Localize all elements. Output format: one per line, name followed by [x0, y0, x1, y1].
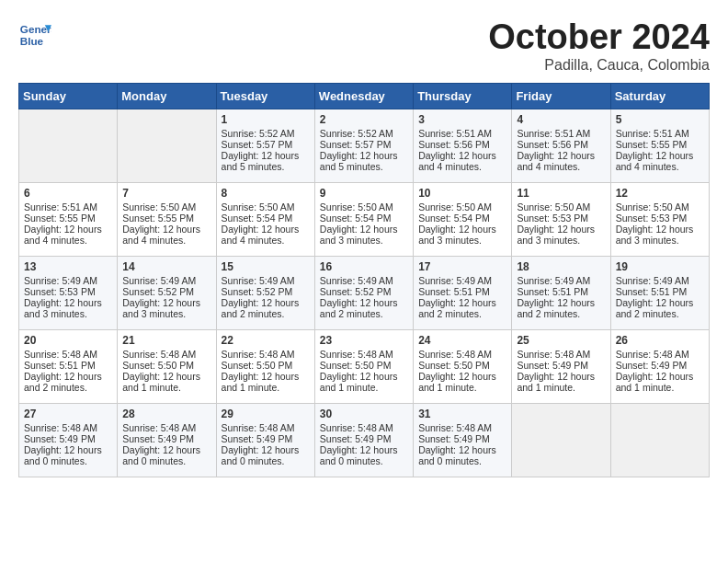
daylight-text: Daylight: 12 hours and 5 minutes.: [320, 150, 398, 172]
sunset-text: Sunset: 5:57 PM: [222, 139, 293, 150]
day-number: 23: [320, 334, 408, 347]
calendar-week-row: 6Sunrise: 5:51 AMSunset: 5:55 PMDaylight…: [19, 182, 710, 256]
weekday-header-cell: Thursday: [414, 83, 512, 109]
sunrise-text: Sunrise: 5:50 AM: [418, 201, 492, 213]
calendar-cell: 30Sunrise: 5:48 AMSunset: 5:49 PMDayligh…: [314, 403, 413, 477]
sunset-text: Sunset: 5:51 PM: [616, 286, 688, 297]
svg-text:Blue: Blue: [20, 35, 44, 47]
day-number: 29: [222, 408, 310, 420]
sunset-text: Sunset: 5:50 PM: [222, 360, 293, 371]
daylight-text: Daylight: 12 hours and 1 minute.: [122, 371, 200, 393]
day-number: 27: [24, 408, 112, 420]
month-title: October 2024: [488, 18, 710, 57]
day-number: 12: [616, 187, 704, 200]
weekday-header-cell: Monday: [118, 83, 216, 109]
daylight-text: Daylight: 12 hours and 3 minutes.: [616, 224, 694, 246]
daylight-text: Daylight: 12 hours and 2 minutes.: [418, 297, 496, 319]
calendar-cell: 20Sunrise: 5:48 AMSunset: 5:51 PMDayligh…: [19, 329, 118, 403]
sunrise-text: Sunrise: 5:49 AM: [616, 275, 689, 286]
sunset-text: Sunset: 5:56 PM: [418, 139, 490, 150]
sunrise-text: Sunrise: 5:49 AM: [517, 275, 590, 286]
day-number: 26: [616, 334, 704, 347]
sunrise-text: Sunrise: 5:48 AM: [222, 349, 295, 360]
calendar-cell: 21Sunrise: 5:48 AMSunset: 5:50 PMDayligh…: [118, 329, 216, 403]
calendar-body: 1Sunrise: 5:52 AMSunset: 5:57 PMDaylight…: [19, 109, 710, 477]
sunrise-text: Sunrise: 5:49 AM: [320, 275, 393, 286]
daylight-text: Daylight: 12 hours and 2 minutes.: [222, 297, 300, 319]
sunset-text: Sunset: 5:51 PM: [418, 286, 490, 297]
sunset-text: Sunset: 5:49 PM: [517, 360, 588, 371]
sunrise-text: Sunrise: 5:49 AM: [122, 275, 196, 286]
day-number: 9: [320, 187, 408, 200]
sunset-text: Sunset: 5:55 PM: [616, 139, 688, 150]
sunrise-text: Sunrise: 5:51 AM: [418, 128, 492, 139]
sunrise-text: Sunrise: 5:48 AM: [122, 422, 196, 433]
calendar-cell: 31Sunrise: 5:48 AMSunset: 5:49 PMDayligh…: [414, 403, 512, 477]
day-number: 20: [24, 334, 112, 347]
weekday-header-row: SundayMondayTuesdayWednesdayThursdayFrid…: [19, 83, 710, 109]
sunset-text: Sunset: 5:49 PM: [24, 433, 96, 444]
day-number: 13: [24, 260, 112, 273]
calendar-cell: 13Sunrise: 5:49 AMSunset: 5:53 PMDayligh…: [19, 256, 118, 329]
weekday-header-cell: Sunday: [19, 83, 118, 109]
sunset-text: Sunset: 5:49 PM: [222, 433, 293, 444]
calendar-cell: 10Sunrise: 5:50 AMSunset: 5:54 PMDayligh…: [414, 182, 512, 256]
logo-icon: General Blue: [18, 18, 51, 52]
sunrise-text: Sunrise: 5:51 AM: [616, 128, 689, 139]
sunset-text: Sunset: 5:54 PM: [222, 213, 293, 224]
title-area: October 2024 Padilla, Cauca, Colombia: [488, 18, 710, 74]
sunset-text: Sunset: 5:52 PM: [320, 286, 392, 297]
calendar-cell: [512, 403, 610, 477]
calendar-cell: 3Sunrise: 5:51 AMSunset: 5:56 PMDaylight…: [414, 109, 512, 182]
daylight-text: Daylight: 12 hours and 4 minutes.: [122, 224, 200, 246]
calendar-cell: 5Sunrise: 5:51 AMSunset: 5:55 PMDaylight…: [610, 109, 709, 182]
day-number: 11: [517, 187, 605, 200]
sunrise-text: Sunrise: 5:52 AM: [222, 128, 295, 139]
sunrise-text: Sunrise: 5:48 AM: [418, 422, 492, 433]
sunrise-text: Sunrise: 5:49 AM: [24, 275, 97, 286]
day-number: 4: [517, 113, 605, 126]
day-number: 19: [616, 260, 704, 273]
day-number: 17: [418, 260, 506, 273]
daylight-text: Daylight: 12 hours and 0 minutes.: [122, 444, 200, 466]
sunset-text: Sunset: 5:50 PM: [418, 360, 490, 371]
day-number: 18: [517, 260, 605, 273]
day-number: 3: [418, 113, 506, 126]
sunrise-text: Sunrise: 5:48 AM: [222, 422, 295, 433]
day-number: 7: [122, 187, 210, 200]
sunrise-text: Sunrise: 5:50 AM: [320, 201, 393, 213]
daylight-text: Daylight: 12 hours and 1 minute.: [517, 371, 595, 393]
day-number: 5: [616, 113, 704, 126]
daylight-text: Daylight: 12 hours and 1 minute.: [616, 371, 694, 393]
sunset-text: Sunset: 5:54 PM: [418, 213, 490, 224]
daylight-text: Daylight: 12 hours and 1 minute.: [418, 371, 496, 393]
sunrise-text: Sunrise: 5:48 AM: [418, 349, 492, 360]
calendar-cell: 9Sunrise: 5:50 AMSunset: 5:54 PMDaylight…: [314, 182, 413, 256]
calendar-cell: 28Sunrise: 5:48 AMSunset: 5:49 PMDayligh…: [118, 403, 216, 477]
daylight-text: Daylight: 12 hours and 3 minutes.: [418, 224, 496, 246]
logo: General Blue: [18, 18, 51, 52]
calendar-cell: 23Sunrise: 5:48 AMSunset: 5:50 PMDayligh…: [314, 329, 413, 403]
day-number: 10: [418, 187, 506, 200]
sunrise-text: Sunrise: 5:48 AM: [122, 349, 196, 360]
daylight-text: Daylight: 12 hours and 3 minutes.: [517, 224, 595, 246]
sunset-text: Sunset: 5:51 PM: [517, 286, 588, 297]
sunrise-text: Sunrise: 5:50 AM: [122, 201, 196, 213]
daylight-text: Daylight: 12 hours and 2 minutes.: [616, 297, 694, 319]
sunrise-text: Sunrise: 5:48 AM: [517, 349, 590, 360]
calendar-cell: 8Sunrise: 5:50 AMSunset: 5:54 PMDaylight…: [216, 182, 314, 256]
calendar-cell: 17Sunrise: 5:49 AMSunset: 5:51 PMDayligh…: [414, 256, 512, 329]
calendar-table: SundayMondayTuesdayWednesdayThursdayFrid…: [18, 83, 710, 477]
sunset-text: Sunset: 5:54 PM: [320, 213, 392, 224]
daylight-text: Daylight: 12 hours and 4 minutes.: [222, 224, 300, 246]
calendar-cell: 19Sunrise: 5:49 AMSunset: 5:51 PMDayligh…: [610, 256, 709, 329]
calendar-cell: 24Sunrise: 5:48 AMSunset: 5:50 PMDayligh…: [414, 329, 512, 403]
sunset-text: Sunset: 5:49 PM: [122, 433, 194, 444]
daylight-text: Daylight: 12 hours and 3 minutes.: [320, 224, 398, 246]
svg-text:General: General: [20, 23, 51, 35]
calendar-cell: 1Sunrise: 5:52 AMSunset: 5:57 PMDaylight…: [216, 109, 314, 182]
calendar-cell: [610, 403, 709, 477]
daylight-text: Daylight: 12 hours and 0 minutes.: [222, 444, 300, 466]
sunrise-text: Sunrise: 5:48 AM: [24, 349, 97, 360]
calendar-cell: 15Sunrise: 5:49 AMSunset: 5:52 PMDayligh…: [216, 256, 314, 329]
